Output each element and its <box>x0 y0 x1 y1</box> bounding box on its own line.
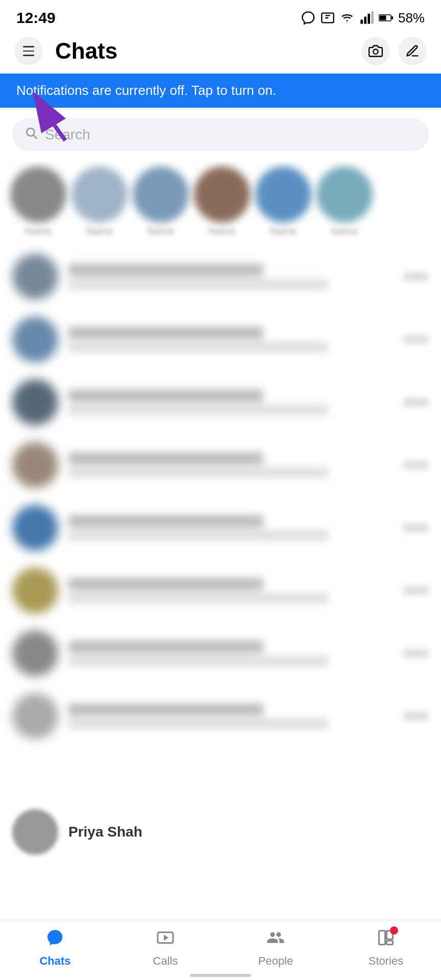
page-title: Chats <box>55 38 117 64</box>
story-item[interactable]: Name <box>133 166 189 237</box>
story-item[interactable]: Name <box>255 166 311 237</box>
chat-item[interactable] <box>0 308 441 371</box>
battery-percent: 58% <box>398 10 425 26</box>
story-name: Name <box>147 226 174 237</box>
last-chat-avatar <box>12 809 58 855</box>
chat-avatar <box>12 505 58 551</box>
nav-item-stories[interactable]: Stories <box>331 928 441 968</box>
svg-rect-6 <box>391 16 393 19</box>
battery-icon <box>379 11 393 25</box>
svg-rect-7 <box>379 16 386 20</box>
search-bar[interactable]: Search <box>12 118 429 151</box>
story-name: Name <box>86 226 113 237</box>
chat-info <box>68 703 393 729</box>
story-avatar <box>133 166 189 223</box>
notification-icon <box>321 11 335 25</box>
chat-name <box>68 452 263 464</box>
svg-rect-3 <box>368 14 370 24</box>
story-avatar <box>316 166 373 223</box>
story-avatar <box>10 166 66 223</box>
nav-item-calls[interactable]: Calls <box>110 928 220 968</box>
header: Chats <box>0 32 441 74</box>
svg-rect-2 <box>364 17 366 24</box>
last-chat-info: Priya Shah <box>68 824 142 840</box>
chat-preview <box>68 530 328 541</box>
svg-rect-14 <box>379 931 385 945</box>
people-icon <box>266 928 285 951</box>
last-chat-name: Priya Shah <box>68 824 142 840</box>
chat-info <box>68 641 393 666</box>
chat-info <box>68 578 393 603</box>
hamburger-line-2 <box>23 51 34 52</box>
chats-icon <box>46 928 64 951</box>
status-bar: 12:49 58% <box>0 0 441 32</box>
wifi-icon <box>340 11 354 25</box>
chat-item[interactable] <box>0 685 441 748</box>
chat-info <box>68 389 393 415</box>
nav-item-chats[interactable]: Chats <box>0 928 110 968</box>
chat-time <box>403 272 429 281</box>
search-container: Search <box>0 108 441 161</box>
compose-icon <box>405 44 420 58</box>
messenger-icon <box>301 11 315 25</box>
chat-item[interactable] <box>0 559 441 622</box>
last-chat-item[interactable]: Priya Shah <box>0 748 441 863</box>
status-time: 12:49 <box>16 9 56 27</box>
chat-preview <box>68 593 328 603</box>
notification-text: Notifications are currently off. Tap to … <box>16 83 276 99</box>
story-name: Name <box>331 226 358 237</box>
chat-item[interactable] <box>0 497 441 559</box>
svg-rect-4 <box>371 11 374 23</box>
stories-row: Name Name Name Name Name Name <box>0 161 441 246</box>
svg-rect-16 <box>387 941 393 945</box>
stories-badge <box>390 926 398 935</box>
chat-time <box>403 460 429 470</box>
chat-info <box>68 264 393 289</box>
people-label: People <box>258 954 293 968</box>
nav-item-people[interactable]: People <box>220 928 331 968</box>
bottom-nav: Chats Calls People Stories <box>0 920 441 980</box>
story-item[interactable]: Name <box>10 166 66 237</box>
chat-meta <box>403 460 429 470</box>
story-name: Name <box>270 226 297 237</box>
calls-label: Calls <box>153 954 178 968</box>
chat-meta <box>403 586 429 595</box>
story-item[interactable]: Name <box>71 166 128 237</box>
stories-label: Stories <box>369 954 403 968</box>
chat-avatar <box>12 693 58 739</box>
chat-item[interactable] <box>0 622 441 685</box>
chat-name <box>68 389 263 402</box>
story-item[interactable]: Name <box>316 166 373 237</box>
hamburger-line-3 <box>23 55 34 56</box>
chat-preview <box>68 279 328 289</box>
chat-preview <box>68 405 328 415</box>
chat-meta <box>403 398 429 407</box>
story-item[interactable]: Name <box>194 166 250 237</box>
story-avatar <box>71 166 128 223</box>
chat-time <box>403 586 429 595</box>
chat-avatar <box>12 254 58 300</box>
chat-preview <box>68 719 328 729</box>
chat-time <box>403 335 429 344</box>
chat-name <box>68 327 263 339</box>
home-indicator <box>190 974 251 977</box>
chat-info <box>68 515 393 541</box>
menu-button[interactable] <box>14 37 43 65</box>
notification-banner[interactable]: Notifications are currently off. Tap to … <box>0 74 441 108</box>
chat-item[interactable] <box>0 434 441 497</box>
compose-button[interactable] <box>398 37 427 65</box>
chat-list: Priya Shah <box>0 246 441 914</box>
search-placeholder: Search <box>45 127 90 143</box>
story-avatar <box>194 166 250 223</box>
chat-preview <box>68 342 328 352</box>
chat-avatar <box>12 568 58 614</box>
chat-item[interactable] <box>0 246 441 308</box>
signal-icon <box>359 11 374 25</box>
header-left: Chats <box>14 37 117 65</box>
stories-icon <box>377 928 395 951</box>
chat-item[interactable] <box>0 371 441 434</box>
chat-avatar <box>12 379 58 425</box>
chat-preview <box>68 656 328 666</box>
camera-button[interactable] <box>361 37 390 65</box>
chat-time <box>403 712 429 721</box>
